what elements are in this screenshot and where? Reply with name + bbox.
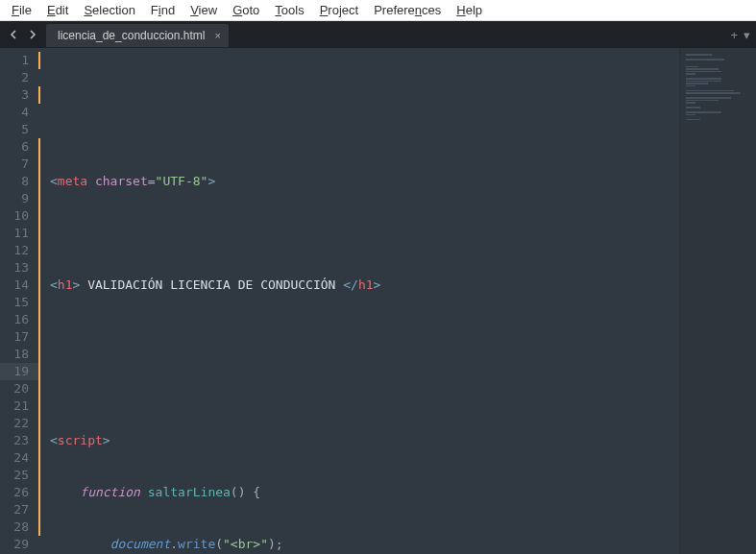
line-number: 7 — [0, 156, 38, 173]
menu-selection[interactable]: Selection — [76, 1, 142, 19]
line-number: 11 — [0, 225, 38, 242]
menu-edit[interactable]: Edit — [39, 1, 76, 19]
menu-project[interactable]: Project — [312, 1, 366, 19]
line-number: 3 — [0, 86, 38, 104]
menu-file[interactable]: File — [4, 1, 39, 19]
nav-back-icon[interactable] — [6, 27, 21, 42]
line-number: 10 — [0, 207, 38, 225]
menu-view[interactable]: View — [183, 1, 225, 19]
tab-file[interactable]: licencia_de_conduccion.html × — [46, 24, 229, 47]
code-line: <h1> VALIDACIÓN LICENCIA DE CONDUCCIÓN <… — [38, 277, 679, 294]
menu-goto[interactable]: Goto — [225, 1, 267, 19]
line-number: 29 — [0, 536, 38, 553]
line-number: 22 — [0, 415, 38, 432]
code-line: document.write("<br>"); — [38, 536, 679, 553]
code-line — [38, 225, 679, 242]
gutter: 1234567891011121314151617181920212223242… — [0, 48, 38, 554]
line-number: 25 — [0, 467, 38, 484]
code-line: <script> — [38, 432, 679, 449]
line-number: 13 — [0, 259, 38, 277]
code-line — [38, 380, 679, 397]
line-number: 20 — [0, 380, 38, 397]
line-number: 23 — [0, 432, 38, 449]
menubar: File Edit Selection Find View Goto Tools… — [0, 0, 756, 21]
line-number: 9 — [0, 190, 38, 207]
line-number: 2 — [0, 69, 38, 86]
line-number: 16 — [0, 311, 38, 328]
code-line: <meta charset="UTF-8"> — [38, 173, 679, 190]
line-number: 5 — [0, 121, 38, 138]
minimap-preview — [686, 54, 750, 140]
code-line: function saltarLinea() { — [38, 484, 679, 501]
line-number: 27 — [0, 501, 38, 518]
line-number: 24 — [0, 449, 38, 467]
line-number: 21 — [0, 397, 38, 415]
line-number: 14 — [0, 277, 38, 294]
line-number: 28 — [0, 518, 38, 536]
editor: 1234567891011121314151617181920212223242… — [0, 48, 756, 554]
line-number: 6 — [0, 138, 38, 156]
tab-label: licencia_de_conduccion.html — [58, 29, 205, 42]
line-number: 12 — [0, 242, 38, 259]
tab-dropdown-icon[interactable]: ▾ — [744, 28, 750, 42]
line-number: 26 — [0, 484, 38, 501]
line-number: 4 — [0, 104, 38, 121]
gutter-marker — [38, 86, 40, 104]
tabbar: licencia_de_conduccion.html × + ▾ — [0, 21, 756, 48]
line-number: 19 — [0, 363, 38, 380]
menu-find[interactable]: Find — [143, 1, 183, 19]
code-line — [38, 328, 679, 346]
line-number: 8 — [0, 173, 38, 190]
tab-add-icon[interactable]: + — [730, 28, 738, 42]
code-area[interactable]: <meta charset="UTF-8"> <h1> VALIDACIÓN L… — [38, 48, 679, 554]
line-number: 1 — [0, 52, 38, 69]
menu-help[interactable]: Help — [449, 1, 490, 19]
gutter-marker — [38, 52, 40, 69]
nav-forward-icon[interactable] — [25, 27, 40, 42]
menu-preferences[interactable]: Preferences — [366, 1, 449, 19]
tab-close-icon[interactable]: × — [214, 30, 220, 41]
line-number: 17 — [0, 328, 38, 346]
line-number: 15 — [0, 294, 38, 311]
menu-tools[interactable]: Tools — [267, 1, 311, 19]
line-number: 18 — [0, 346, 38, 363]
minimap[interactable] — [679, 48, 756, 554]
